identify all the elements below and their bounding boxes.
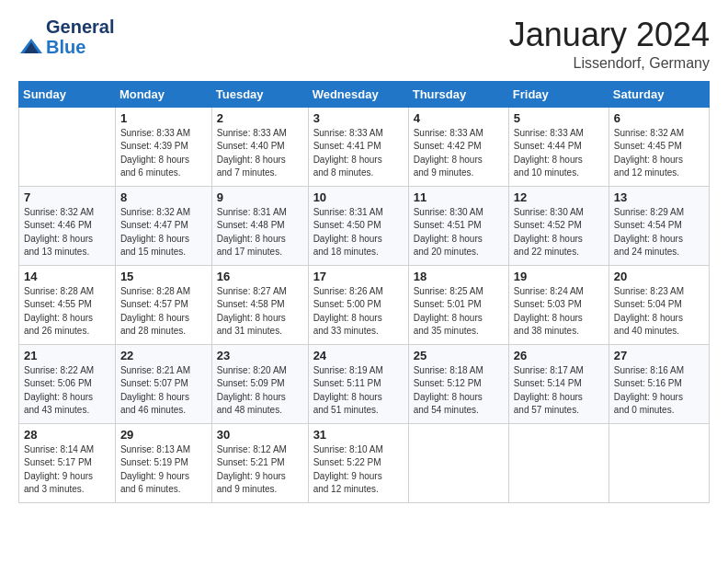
table-row: 11Sunrise: 8:30 AMSunset: 4:51 PMDayligh… — [408, 186, 508, 265]
day-info: Sunrise: 8:30 AMSunset: 4:51 PMDaylight:… — [414, 206, 504, 259]
calendar-week-row: 7Sunrise: 8:32 AMSunset: 4:46 PMDaylight… — [19, 186, 710, 265]
day-info: Sunrise: 8:28 AMSunset: 4:55 PMDaylight:… — [24, 285, 110, 339]
calendar-table: Sunday Monday Tuesday Wednesday Thursday… — [18, 81, 710, 503]
table-row: 22Sunrise: 8:21 AMSunset: 5:07 PMDayligh… — [115, 344, 211, 423]
table-row: 13Sunrise: 8:29 AMSunset: 4:54 PMDayligh… — [609, 186, 709, 265]
day-number: 14 — [24, 270, 110, 283]
table-row: 17Sunrise: 8:26 AMSunset: 5:00 PMDayligh… — [308, 265, 408, 344]
day-info: Sunrise: 8:17 AMSunset: 5:14 PMDaylight:… — [514, 364, 604, 418]
calendar-week-row: 21Sunrise: 8:22 AMSunset: 5:06 PMDayligh… — [19, 344, 710, 423]
day-number: 1 — [120, 111, 207, 125]
table-row — [609, 423, 709, 502]
day-number: 7 — [24, 190, 110, 204]
logo: General Blue — [18, 17, 114, 57]
table-row: 12Sunrise: 8:30 AMSunset: 4:52 PMDayligh… — [508, 186, 609, 265]
day-number: 15 — [120, 270, 207, 283]
day-info: Sunrise: 8:32 AMSunset: 4:46 PMDaylight:… — [24, 206, 110, 259]
table-row: 24Sunrise: 8:19 AMSunset: 5:11 PMDayligh… — [308, 344, 408, 423]
header-sunday: Sunday — [19, 81, 116, 107]
logo-general-text: General — [46, 17, 114, 37]
logo-icon — [18, 37, 44, 57]
location: Lissendorf, Germany — [509, 55, 710, 72]
day-info: Sunrise: 8:14 AMSunset: 5:17 PMDaylight:… — [24, 443, 110, 497]
calendar-page: General Blue January 2024 Lissendorf, Ge… — [0, 0, 728, 563]
day-info: Sunrise: 8:33 AMSunset: 4:44 PMDaylight:… — [514, 127, 604, 180]
table-row: 21Sunrise: 8:22 AMSunset: 5:06 PMDayligh… — [19, 344, 116, 423]
day-number: 2 — [217, 111, 303, 125]
day-info: Sunrise: 8:26 AMSunset: 5:00 PMDaylight:… — [313, 285, 404, 339]
day-info: Sunrise: 8:12 AMSunset: 5:21 PMDaylight:… — [217, 443, 303, 497]
day-number: 31 — [313, 428, 404, 442]
day-number: 23 — [217, 349, 303, 362]
table-row: 27Sunrise: 8:16 AMSunset: 5:16 PMDayligh… — [609, 344, 709, 423]
day-info: Sunrise: 8:30 AMSunset: 4:52 PMDaylight:… — [514, 206, 604, 259]
month-year: January 2024 — [509, 17, 710, 53]
table-row: 23Sunrise: 8:20 AMSunset: 5:09 PMDayligh… — [211, 344, 308, 423]
day-info: Sunrise: 8:33 AMSunset: 4:42 PMDaylight:… — [414, 127, 504, 180]
day-info: Sunrise: 8:18 AMSunset: 5:12 PMDaylight:… — [414, 364, 504, 418]
day-number: 5 — [514, 111, 604, 125]
day-number: 6 — [614, 111, 704, 125]
day-info: Sunrise: 8:13 AMSunset: 5:19 PMDaylight:… — [120, 443, 207, 497]
table-row — [408, 423, 508, 502]
day-info: Sunrise: 8:10 AMSunset: 5:22 PMDaylight:… — [313, 443, 404, 497]
day-number: 11 — [414, 190, 504, 204]
table-row: 2Sunrise: 8:33 AMSunset: 4:40 PMDaylight… — [211, 107, 308, 186]
table-row: 9Sunrise: 8:31 AMSunset: 4:48 PMDaylight… — [211, 186, 308, 265]
day-number: 22 — [120, 349, 207, 362]
day-number: 19 — [514, 270, 604, 283]
day-info: Sunrise: 8:31 AMSunset: 4:50 PMDaylight:… — [313, 206, 404, 259]
day-number: 8 — [120, 190, 207, 204]
day-info: Sunrise: 8:27 AMSunset: 4:58 PMDaylight:… — [217, 285, 303, 339]
day-number: 25 — [414, 349, 504, 362]
day-number: 10 — [313, 190, 404, 204]
header-monday: Monday — [115, 81, 211, 107]
day-info: Sunrise: 8:33 AMSunset: 4:39 PMDaylight:… — [120, 127, 207, 180]
logo-blue-text: Blue — [46, 37, 85, 57]
day-info: Sunrise: 8:22 AMSunset: 5:06 PMDaylight:… — [24, 364, 110, 418]
table-row: 14Sunrise: 8:28 AMSunset: 4:55 PMDayligh… — [19, 265, 116, 344]
day-number: 13 — [614, 190, 704, 204]
day-number: 9 — [217, 190, 303, 204]
table-row: 20Sunrise: 8:23 AMSunset: 5:04 PMDayligh… — [609, 265, 709, 344]
table-row: 3Sunrise: 8:33 AMSunset: 4:41 PMDaylight… — [308, 107, 408, 186]
day-number: 16 — [217, 270, 303, 283]
header-saturday: Saturday — [609, 81, 709, 107]
day-number: 29 — [120, 428, 207, 442]
day-info: Sunrise: 8:32 AMSunset: 4:45 PMDaylight:… — [614, 127, 704, 180]
day-number: 27 — [614, 349, 704, 362]
table-row: 15Sunrise: 8:28 AMSunset: 4:57 PMDayligh… — [115, 265, 211, 344]
table-row: 4Sunrise: 8:33 AMSunset: 4:42 PMDaylight… — [408, 107, 508, 186]
day-info: Sunrise: 8:23 AMSunset: 5:04 PMDaylight:… — [614, 285, 704, 339]
calendar-week-row: 28Sunrise: 8:14 AMSunset: 5:17 PMDayligh… — [19, 423, 710, 502]
header-friday: Friday — [508, 81, 609, 107]
day-info: Sunrise: 8:29 AMSunset: 4:54 PMDaylight:… — [614, 206, 704, 259]
day-number: 18 — [414, 270, 504, 283]
table-row: 30Sunrise: 8:12 AMSunset: 5:21 PMDayligh… — [211, 423, 308, 502]
table-row — [19, 107, 116, 186]
header-wednesday: Wednesday — [308, 81, 408, 107]
day-number: 26 — [514, 349, 604, 362]
calendar-week-row: 1Sunrise: 8:33 AMSunset: 4:39 PMDaylight… — [19, 107, 710, 186]
day-info: Sunrise: 8:33 AMSunset: 4:40 PMDaylight:… — [217, 127, 303, 180]
table-row: 5Sunrise: 8:33 AMSunset: 4:44 PMDaylight… — [508, 107, 609, 186]
header: General Blue January 2024 Lissendorf, Ge… — [18, 17, 710, 72]
table-row: 31Sunrise: 8:10 AMSunset: 5:22 PMDayligh… — [308, 423, 408, 502]
table-row: 18Sunrise: 8:25 AMSunset: 5:01 PMDayligh… — [408, 265, 508, 344]
day-info: Sunrise: 8:20 AMSunset: 5:09 PMDaylight:… — [217, 364, 303, 418]
day-info: Sunrise: 8:21 AMSunset: 5:07 PMDaylight:… — [120, 364, 207, 418]
day-info: Sunrise: 8:16 AMSunset: 5:16 PMDaylight:… — [614, 364, 704, 418]
day-number: 17 — [313, 270, 404, 283]
table-row: 7Sunrise: 8:32 AMSunset: 4:46 PMDaylight… — [19, 186, 116, 265]
table-row: 10Sunrise: 8:31 AMSunset: 4:50 PMDayligh… — [308, 186, 408, 265]
title-block: January 2024 Lissendorf, Germany — [509, 17, 710, 72]
calendar-week-row: 14Sunrise: 8:28 AMSunset: 4:55 PMDayligh… — [19, 265, 710, 344]
header-tuesday: Tuesday — [211, 81, 308, 107]
table-row: 25Sunrise: 8:18 AMSunset: 5:12 PMDayligh… — [408, 344, 508, 423]
table-row: 6Sunrise: 8:32 AMSunset: 4:45 PMDaylight… — [609, 107, 709, 186]
day-number: 3 — [313, 111, 404, 125]
day-number: 21 — [24, 349, 110, 362]
weekday-header-row: Sunday Monday Tuesday Wednesday Thursday… — [19, 81, 710, 107]
day-info: Sunrise: 8:25 AMSunset: 5:01 PMDaylight:… — [414, 285, 504, 339]
day-number: 20 — [614, 270, 704, 283]
